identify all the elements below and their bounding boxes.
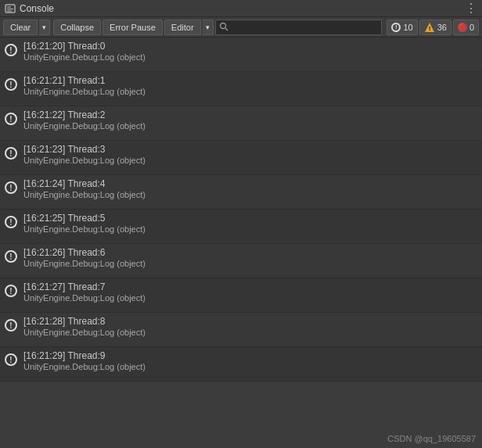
log-detail: UnityEngine.Debug:Log (object) bbox=[23, 52, 146, 62]
log-item[interactable]: ! [16:21:25] Thread:5 UnityEngine.Debug:… bbox=[0, 210, 482, 244]
log-item[interactable]: ! [16:21:27] Thread:7 UnityEngine.Debug:… bbox=[0, 278, 482, 313]
log-detail: UnityEngine.Debug:Log (object) bbox=[23, 224, 146, 234]
log-text: [16:21:26] Thread:6 UnityEngine.Debug:Lo… bbox=[23, 247, 146, 268]
warn-badge[interactable]: ! 36 bbox=[419, 20, 451, 35]
log-text: [16:21:27] Thread:7 UnityEngine.Debug:Lo… bbox=[23, 281, 146, 303]
watermark: CSDN @qq_19605587 bbox=[387, 434, 476, 443]
svg-text:!: ! bbox=[428, 25, 430, 32]
log-item[interactable]: ! [16:21:28] Thread:8 UnityEngine.Debug:… bbox=[0, 313, 482, 347]
log-error-icon: ! bbox=[5, 216, 17, 228]
info-icon: ! bbox=[391, 23, 401, 32]
editor-dropdown-arrow[interactable]: ▾ bbox=[203, 20, 214, 35]
log-error-icon: ! bbox=[5, 44, 17, 56]
log-item[interactable]: ! [16:21:29] Thread:9 UnityEngine.Debug:… bbox=[0, 347, 482, 382]
log-text: [16:21:22] Thread:2 UnityEngine.Debug:Lo… bbox=[23, 109, 146, 131]
collapse-button[interactable]: Collapse bbox=[53, 20, 101, 35]
log-text: [16:21:24] Thread:4 UnityEngine.Debug:Lo… bbox=[23, 178, 146, 199]
log-text: [16:21:29] Thread:9 UnityEngine.Debug:Lo… bbox=[23, 350, 146, 371]
log-timestamp: [16:21:22] Thread:2 bbox=[23, 109, 146, 120]
log-error-icon: ! bbox=[5, 78, 17, 91]
log-text: [16:21:28] Thread:8 UnityEngine.Debug:Lo… bbox=[23, 316, 146, 337]
log-item[interactable]: ! [16:21:22] Thread:2 UnityEngine.Debug:… bbox=[0, 106, 482, 141]
log-item[interactable]: ! [16:21:20] Thread:0 UnityEngine.Debug:… bbox=[0, 38, 482, 72]
search-icon bbox=[219, 22, 228, 31]
title-text: Console bbox=[20, 3, 465, 14]
toolbar: Clear ▾ Collapse Error Pause Editor ▾ ! … bbox=[0, 17, 482, 38]
log-detail: UnityEngine.Debug:Log (object) bbox=[23, 328, 146, 337]
error-pause-button[interactable]: Error Pause bbox=[103, 20, 163, 35]
search-input[interactable] bbox=[215, 20, 383, 35]
log-timestamp: [16:21:23] Thread:3 bbox=[23, 144, 146, 155]
err-icon: 🚫 bbox=[458, 23, 467, 32]
info-badge[interactable]: ! 10 bbox=[387, 20, 417, 35]
log-error-icon: ! bbox=[5, 113, 17, 125]
log-text: [16:21:23] Thread:3 UnityEngine.Debug:Lo… bbox=[23, 144, 146, 165]
console-icon bbox=[5, 3, 16, 14]
log-item[interactable]: ! [16:21:26] Thread:6 UnityEngine.Debug:… bbox=[0, 244, 482, 278]
badge-group: ! 10 ! 36 🚫 0 bbox=[387, 20, 479, 35]
err-badge[interactable]: 🚫 0 bbox=[453, 20, 479, 35]
log-detail: UnityEngine.Debug:Log (object) bbox=[23, 362, 146, 371]
log-timestamp: [16:21:26] Thread:6 bbox=[23, 247, 146, 258]
log-detail: UnityEngine.Debug:Log (object) bbox=[23, 156, 146, 165]
clear-button[interactable]: Clear bbox=[3, 20, 38, 35]
log-timestamp: [16:21:25] Thread:5 bbox=[23, 213, 146, 224]
log-detail: UnityEngine.Debug:Log (object) bbox=[23, 293, 146, 303]
log-error-icon: ! bbox=[5, 181, 17, 194]
log-text: [16:21:20] Thread:0 UnityEngine.Debug:Lo… bbox=[23, 41, 146, 62]
warn-icon: ! bbox=[424, 22, 435, 33]
log-detail: UnityEngine.Debug:Log (object) bbox=[23, 190, 146, 199]
log-timestamp: [16:21:28] Thread:8 bbox=[23, 316, 146, 327]
log-timestamp: [16:21:24] Thread:4 bbox=[23, 178, 146, 189]
log-error-icon: ! bbox=[5, 285, 17, 297]
log-timestamp: [16:21:21] Thread:1 bbox=[23, 75, 146, 86]
log-item[interactable]: ! [16:21:21] Thread:1 UnityEngine.Debug:… bbox=[0, 72, 482, 106]
editor-button[interactable]: Editor bbox=[164, 20, 201, 35]
title-bar: Console ⋮ bbox=[0, 0, 482, 17]
clear-dropdown-arrow[interactable]: ▾ bbox=[39, 20, 50, 35]
log-list: ! [16:21:20] Thread:0 UnityEngine.Debug:… bbox=[0, 38, 482, 431]
log-error-icon: ! bbox=[5, 147, 17, 159]
log-timestamp: [16:21:29] Thread:9 bbox=[23, 350, 146, 361]
log-timestamp: [16:21:20] Thread:0 bbox=[23, 41, 146, 52]
err-count: 0 bbox=[469, 23, 474, 32]
log-error-icon: ! bbox=[5, 353, 17, 366]
svg-point-4 bbox=[220, 23, 225, 28]
log-text: [16:21:21] Thread:1 UnityEngine.Debug:Lo… bbox=[23, 75, 146, 96]
log-item[interactable]: ! [16:21:23] Thread:3 UnityEngine.Debug:… bbox=[0, 141, 482, 175]
log-detail: UnityEngine.Debug:Log (object) bbox=[23, 121, 146, 131]
title-menu-icon[interactable]: ⋮ bbox=[465, 1, 477, 16]
log-detail: UnityEngine.Debug:Log (object) bbox=[23, 259, 146, 268]
info-count: 10 bbox=[403, 23, 412, 32]
warn-count: 36 bbox=[437, 23, 447, 32]
log-error-icon: ! bbox=[5, 250, 17, 263]
log-detail: UnityEngine.Debug:Log (object) bbox=[23, 87, 146, 96]
log-error-icon: ! bbox=[5, 319, 17, 332]
svg-line-5 bbox=[225, 28, 228, 30]
log-timestamp: [16:21:27] Thread:7 bbox=[23, 281, 146, 292]
log-text: [16:21:25] Thread:5 UnityEngine.Debug:Lo… bbox=[23, 213, 146, 234]
log-item[interactable]: ! [16:21:24] Thread:4 UnityEngine.Debug:… bbox=[0, 175, 482, 210]
